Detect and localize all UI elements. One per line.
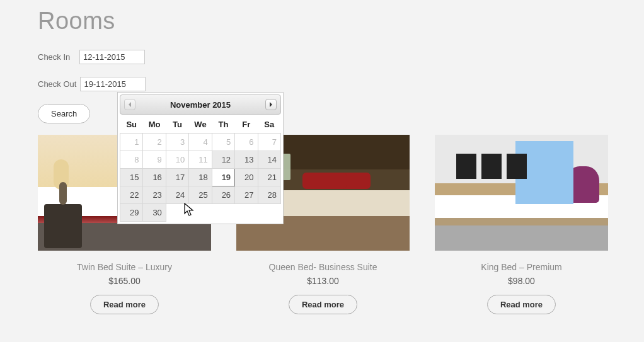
- calendar-day[interactable]: 24: [166, 186, 188, 204]
- calendar-day[interactable]: 23: [143, 186, 166, 204]
- datepicker: November 2015 SuMoTuWeThFrSa 12345678910…: [117, 92, 284, 224]
- datepicker-header: November 2015: [120, 94, 281, 115]
- calendar-day: 5: [212, 134, 234, 151]
- calendar-row: 22232425262728: [120, 186, 281, 204]
- calendar-row: 2930: [120, 204, 281, 222]
- calendar-day[interactable]: 12: [212, 151, 234, 169]
- chevron-left-icon: [127, 102, 132, 107]
- read-more-button[interactable]: Read more: [487, 295, 556, 314]
- weekday-row: SuMoTuWeThFrSa: [120, 116, 281, 134]
- prev-month-button: [124, 99, 135, 110]
- calendar-blank: [235, 204, 258, 222]
- weekday-header: Mo: [143, 116, 166, 134]
- page-title: Rooms: [38, 8, 606, 35]
- product-image[interactable]: [435, 135, 608, 251]
- calendar-row: 891011121314: [120, 151, 281, 169]
- calendar-day[interactable]: 21: [258, 169, 280, 186]
- calendar-blank: [166, 204, 188, 222]
- read-more-button[interactable]: Read more: [90, 295, 159, 314]
- calendar-day[interactable]: 30: [143, 204, 166, 222]
- calendar-day: 3: [166, 134, 188, 151]
- calendar-day: 7: [258, 134, 280, 151]
- product-title[interactable]: Queen Bed- Business Suite: [236, 262, 410, 272]
- calendar-day: 2: [143, 134, 166, 151]
- calendar-row: 1234567: [120, 134, 281, 151]
- datepicker-month-label: November 2015: [170, 100, 231, 110]
- calendar-row: 15161718192021: [120, 169, 281, 186]
- calendar-blank: [258, 204, 280, 222]
- calendar-day[interactable]: 28: [258, 186, 280, 204]
- product-card: King Bed – Premium $98.00 Read more: [435, 135, 608, 314]
- weekday-header: Sa: [258, 116, 280, 134]
- calendar-day[interactable]: 18: [189, 169, 212, 186]
- calendar-blank: [212, 204, 234, 222]
- calendar-day[interactable]: 15: [120, 169, 143, 186]
- checkout-label: Check Out: [38, 79, 76, 89]
- product-price: $165.00: [38, 276, 211, 286]
- calendar-day: 9: [143, 151, 166, 169]
- calendar-day[interactable]: 22: [120, 186, 143, 204]
- calendar-day: 6: [235, 134, 258, 151]
- weekday-header: Th: [212, 116, 234, 134]
- product-price: $98.00: [435, 276, 608, 286]
- calendar-day[interactable]: 19: [212, 169, 234, 186]
- weekday-header: We: [189, 116, 212, 134]
- calendar-day[interactable]: 29: [120, 204, 143, 222]
- read-more-button[interactable]: Read more: [289, 295, 357, 314]
- calendar-day: 11: [189, 151, 212, 169]
- product-title[interactable]: King Bed – Premium: [435, 262, 608, 272]
- calendar-day[interactable]: 27: [235, 186, 258, 204]
- chevron-right-icon: [268, 102, 273, 107]
- calendar-day: 4: [189, 134, 212, 151]
- calendar-day: 10: [166, 151, 188, 169]
- search-button[interactable]: Search: [38, 104, 90, 123]
- calendar-day[interactable]: 13: [235, 151, 258, 169]
- calendar-blank: [189, 204, 212, 222]
- weekday-header: Su: [120, 116, 143, 134]
- calendar-day[interactable]: 20: [235, 169, 258, 186]
- weekday-header: Tu: [166, 116, 188, 134]
- checkin-input[interactable]: [79, 50, 145, 64]
- calendar-day[interactable]: 26: [212, 186, 234, 204]
- calendar-day[interactable]: 25: [189, 186, 212, 204]
- checkin-label: Check In: [38, 52, 76, 62]
- product-title[interactable]: Twin Bed Suite – Luxury: [38, 262, 211, 272]
- checkout-input[interactable]: [80, 77, 146, 91]
- weekday-header: Fr: [235, 116, 258, 134]
- calendar-day[interactable]: 16: [143, 169, 166, 186]
- calendar-day: 8: [120, 151, 143, 169]
- next-month-button[interactable]: [265, 99, 277, 110]
- calendar-day: 1: [120, 134, 143, 151]
- datepicker-calendar: SuMoTuWeThFrSa 1234567891011121314151617…: [120, 116, 281, 222]
- product-price: $113.00: [236, 276, 410, 286]
- calendar-day[interactable]: 17: [166, 169, 188, 186]
- calendar-day[interactable]: 14: [258, 151, 280, 169]
